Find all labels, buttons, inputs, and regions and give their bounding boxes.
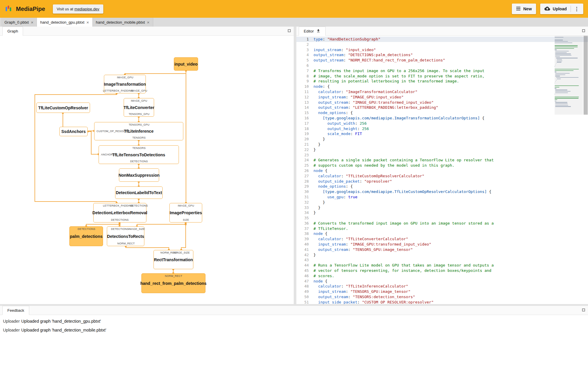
- code-line[interactable]: 31 use_gpu: true: [296, 194, 588, 200]
- code-line[interactable]: 20 }: [296, 137, 588, 142]
- code-line[interactable]: 50 output_stream: "TENSORS:detection_ten…: [296, 294, 588, 300]
- code-line[interactable]: 46# scores.: [296, 273, 588, 279]
- graph-canvas[interactable]: input_videoImageTransformationIMAGE_GPUL…: [0, 36, 294, 304]
- code-line[interactable]: 4output_stream: "DETECTIONS:palm_detecti…: [296, 52, 588, 58]
- code-line[interactable]: 47node {: [296, 279, 588, 284]
- code-line[interactable]: 25# supports custom ops needed by the mo…: [296, 163, 588, 168]
- download-icon[interactable]: [316, 29, 321, 34]
- code-line[interactable]: 35: [296, 215, 588, 221]
- code-line[interactable]: 37# TfLiteTensor.: [296, 226, 588, 231]
- graph-node-ImageProperties[interactable]: ImagePropertiesIMAGE_GPUSIZE: [169, 203, 202, 223]
- close-tab-icon[interactable]: ×: [147, 20, 150, 25]
- code-line[interactable]: 21 }: [296, 142, 588, 147]
- code-line[interactable]: 43: [296, 257, 588, 263]
- upload-button[interactable]: Upload ⋮: [540, 4, 583, 14]
- graph-node-SsdAnchors[interactable]: SsdAnchors: [59, 127, 88, 136]
- code-line[interactable]: 19 scale_mode: FIT: [296, 131, 588, 137]
- line-content: type: "HandDetectionSubgraph": [313, 37, 380, 42]
- more-vert-icon[interactable]: ⋮: [574, 6, 579, 12]
- code-line[interactable]: 51 input_side_packet: "CUSTOM_OP_RESOLVE…: [296, 300, 588, 304]
- editor-panel: Editor 1type: "HandDetectionSubgraph"2 3…: [296, 27, 588, 304]
- code-line[interactable]: 2: [296, 42, 588, 47]
- code-line[interactable]: 48 calculator: "TfLiteInferenceCalculato…: [296, 284, 588, 289]
- code-line[interactable]: 9# resulting in potential letterboxing i…: [296, 79, 588, 84]
- graph-node-DetectionLabelIdToText[interactable]: DetectionLabelIdToText: [115, 186, 163, 199]
- code-line[interactable]: 7# Transforms the input image on GPU to …: [296, 68, 588, 74]
- code-line[interactable]: 12 input_stream: "IMAGE_GPU:input_video": [296, 95, 588, 100]
- graph-node-DetectionsToRects[interactable]: DetectionsToRectsDETECTIONSIMAGE_SIZENOR…: [107, 226, 144, 246]
- tab-editor[interactable]: Editor: [299, 27, 326, 36]
- line-number: 29: [296, 184, 313, 189]
- feedback-message: Uploaded graph 'hand_detection_mobile.pb…: [21, 328, 106, 332]
- graph-node-TfLiteInference[interactable]: TfLiteInferenceTENSORS_GPUCUSTOM_OP_RESO…: [94, 122, 183, 140]
- code-editor[interactable]: 1type: "HandDetectionSubgraph"2 3input_s…: [296, 36, 588, 304]
- expand-graph-panel-icon[interactable]: [288, 29, 291, 32]
- graph-node-palm_detections[interactable]: palm_detectionsDETECTIONS: [69, 226, 103, 246]
- feedback-entry: UploaderUploaded graph 'hand_detection_m…: [3, 326, 588, 334]
- code-line[interactable]: 13 output_stream: "IMAGE_GPU:transformed…: [296, 100, 588, 105]
- graph-node-DetectionLetterboxRemoval[interactable]: DetectionLetterboxRemovalLETTERBOX_PADDI…: [93, 203, 146, 223]
- file-tab[interactable]: hand_detection_mobile.pbtxt×: [93, 18, 153, 27]
- graph-node-TfLiteConverter[interactable]: TfLiteConverterIMAGE_GPUTENSORS_GPU: [124, 98, 154, 117]
- code-line[interactable]: 10node: {: [296, 84, 588, 89]
- tab-feedback[interactable]: Feedback: [2, 306, 29, 315]
- code-line[interactable]: 41 output_stream: "TENSORS_GPU:image_ten…: [296, 247, 588, 252]
- code-line[interactable]: 38node {: [296, 231, 588, 236]
- code-line[interactable]: 14 output_stream: "LETTERBOX_PADDING:let…: [296, 105, 588, 110]
- code-line[interactable]: 27 calculator: "TfLiteCustomOpResolverCa…: [296, 173, 588, 179]
- graph-node-NonMaxSuppression[interactable]: NonMaxSuppression: [119, 168, 159, 182]
- code-line[interactable]: 18 output_height: 256: [296, 126, 588, 131]
- graph-node-ImageTransformation[interactable]: ImageTransformationIMAGE_GPULETTERBOX_PA…: [104, 75, 146, 93]
- code-line[interactable]: 11 calculator: "ImageTransformationCalcu…: [296, 89, 588, 95]
- minimap[interactable]: [555, 36, 583, 108]
- file-tab[interactable]: hand_detection_gpu.pbtxt×: [37, 18, 92, 27]
- code-line[interactable]: 22}: [296, 147, 588, 152]
- code-line[interactable]: 1type: "HandDetectionSubgraph": [296, 37, 588, 42]
- code-line[interactable]: 42}: [296, 252, 588, 258]
- code-line[interactable]: 30 [type.googleapis.com/mediapipe.TfLite…: [296, 189, 588, 194]
- code-line[interactable]: 6: [296, 63, 588, 68]
- code-line[interactable]: 8# image, the scale_mode option is set t…: [296, 74, 588, 79]
- expand-feedback-panel-icon[interactable]: [582, 308, 585, 311]
- code-line[interactable]: 16 [type.googleapis.com/mediapipe.ImageT…: [296, 116, 588, 121]
- code-line[interactable]: 17 output_width: 256: [296, 121, 588, 126]
- code-line[interactable]: 44# Runs a TensorFlow Lite model on GPU …: [296, 263, 588, 268]
- file-tab[interactable]: Graph_0.pbtxt×: [1, 18, 37, 27]
- code-line[interactable]: 29 node_options: {: [296, 184, 588, 189]
- line-content: # image, the scale_mode option is set to…: [313, 74, 484, 79]
- visit-link[interactable]: mediapipe.dev: [74, 7, 99, 11]
- graph-node-TfLiteCustomOpResolver[interactable]: TfLiteCustomOpResolver: [36, 103, 90, 113]
- code-line[interactable]: 49 input_stream: "TENSORS_GPU:image_tens…: [296, 289, 588, 294]
- graph-node-TfLiteTensorsToDetections[interactable]: TfLiteTensorsToDetectionsTENSORSANCHORSD…: [99, 145, 179, 164]
- code-line[interactable]: 33 }: [296, 205, 588, 210]
- port-label: SIZE: [183, 218, 189, 221]
- graph-node-input_video[interactable]: input_video: [174, 57, 198, 71]
- minimap-line: [555, 85, 579, 86]
- line-content: input_side_packet: "CUSTOM_OP_RESOLVER:o…: [313, 300, 434, 304]
- graph-node-RectTransformation[interactable]: RectTransformationNORM_RECTIMAGE_SIZE: [153, 250, 193, 269]
- close-tab-icon[interactable]: ×: [31, 20, 33, 25]
- code-line[interactable]: 28 output_side_packet: "opresolver": [296, 179, 588, 184]
- code-line[interactable]: 39 calculator: "TfLiteConverterCalculato…: [296, 236, 588, 242]
- code-line[interactable]: 36# Converts the transformed input image…: [296, 221, 588, 226]
- code-line[interactable]: 5output_stream: "NORM_RECT:hand_rect_fro…: [296, 58, 588, 63]
- minimap-line: [555, 91, 570, 92]
- code-line[interactable]: 24# Generates a single side packet conta…: [296, 157, 588, 163]
- new-button[interactable]: New: [512, 4, 536, 14]
- code-line[interactable]: 3input_stream: "input_video": [296, 47, 588, 53]
- code-line[interactable]: 34}: [296, 210, 588, 215]
- close-tab-icon[interactable]: ×: [86, 20, 89, 25]
- line-content: calculator: "ImageTransformationCalculat…: [313, 89, 417, 95]
- code-line[interactable]: 26node {: [296, 168, 588, 173]
- code-line[interactable]: 40 input_stream: "IMAGE_GPU:transformed_…: [296, 242, 588, 247]
- editor-scrollbar[interactable]: [584, 36, 588, 115]
- tab-graph[interactable]: Graph: [2, 27, 23, 36]
- expand-editor-panel-icon[interactable]: [582, 29, 585, 32]
- code-line[interactable]: 45# vector of tensors representing, for …: [296, 268, 588, 273]
- line-number: 26: [296, 168, 313, 173]
- graph-node-hand_rect_from_palm_detections[interactable]: hand_rect_from_palm_detectionsNORM_RECT: [141, 273, 205, 293]
- code-line[interactable]: 32 }: [296, 200, 588, 205]
- code-line[interactable]: 23: [296, 152, 588, 158]
- code-line[interactable]: 15 node_options: {: [296, 110, 588, 116]
- visit-link-chip[interactable]: Visit us at mediapipe.dev: [53, 4, 103, 14]
